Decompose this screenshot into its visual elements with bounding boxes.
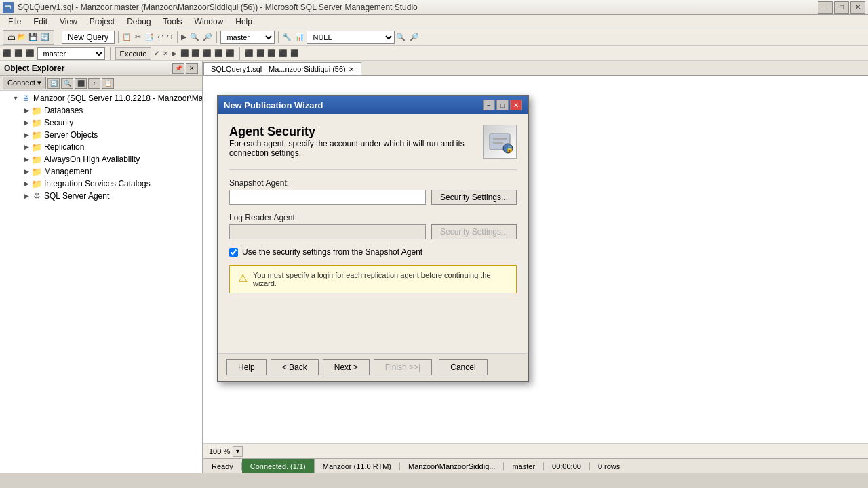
tree-item-server[interactable]: ▼ 🖥 Manzoor (SQL Server 11.0.2218 - Manz…: [0, 92, 202, 104]
toolbar2-icons-2: ✔ ✕ ▶ ⬛ ⬛ ⬛ ⬛ ⬛: [154, 49, 234, 57]
tree-item-replication[interactable]: ▶ 📁 Replication: [0, 141, 202, 153]
oe-sync-button[interactable]: ↕: [88, 78, 100, 89]
databases-label: Databases: [44, 106, 83, 115]
menu-help[interactable]: Help: [230, 16, 258, 28]
database-selector[interactable]: master: [220, 30, 275, 44]
snapshot-agent-label: Snapshot Agent:: [229, 178, 517, 188]
warning-box: ⚠ You must specify a login for each repl…: [229, 265, 517, 293]
oe-pin-button[interactable]: 📌: [172, 63, 184, 74]
server-expander-icon: ▼: [11, 94, 20, 103]
alwayson-label: AlwaysOn High Availability: [44, 155, 140, 164]
finish-button: Finish >>|: [374, 359, 432, 375]
log-reader-security-button: Security Settings...: [431, 224, 517, 239]
server-objects-expander-icon: ▶: [22, 130, 31, 140]
dialog-title: New Publication Wizard: [224, 100, 323, 110]
back-button[interactable]: < Back: [271, 359, 319, 375]
tree-item-server-objects[interactable]: ▶ 📁 Server Objects: [0, 129, 202, 141]
warning-text: You must specify a login for each replic…: [253, 271, 508, 287]
ready-status: Ready: [203, 462, 242, 470]
menu-file[interactable]: File: [3, 16, 26, 28]
toolbar2-icons-3: ⬛ ⬛ ⬛ ⬛ ⬛: [245, 49, 299, 57]
query-tab-bar: SQLQuery1.sql - Ma...nzoorSiddiqui (56) …: [203, 61, 868, 76]
alwayson-folder-icon: 📁: [31, 154, 42, 165]
zoom-dropdown-button[interactable]: ▾: [233, 446, 243, 457]
query-tab[interactable]: SQLQuery1.sql - Ma...nzoorSiddiqui (56) …: [203, 62, 361, 75]
tree-item-sql-agent[interactable]: ▶ ⚙ SQL Server Agent: [0, 190, 202, 202]
tree-item-databases[interactable]: ▶ 📁 Databases: [0, 104, 202, 117]
tree-item-security[interactable]: ▶ 📁 Security: [0, 117, 202, 129]
databases-expander-icon: ▶: [22, 106, 31, 115]
oe-filter-button[interactable]: 🔍: [61, 78, 73, 89]
dialog-title-bar: New Publication Wizard − □ ✕: [218, 96, 528, 114]
dialog-maximize-button[interactable]: □: [496, 100, 509, 110]
null-selector[interactable]: NULL: [307, 30, 395, 44]
dialog-header-description: For each agent, specify the account unde…: [229, 139, 475, 158]
alwayson-expander-icon: ▶: [22, 155, 31, 164]
minimize-button[interactable]: −: [818, 1, 833, 14]
oe-new-button[interactable]: 📋: [102, 78, 114, 89]
svg-text:🔒: 🔒: [506, 145, 513, 153]
next-button[interactable]: Next >: [323, 359, 370, 375]
dialog-footer: Help < Back Next > Finish >>| Cancel: [218, 353, 528, 381]
use-snapshot-checkbox[interactable]: [229, 248, 238, 257]
query-tab-label: SQLQuery1.sql - Ma...nzoorSiddiqui (56): [211, 65, 346, 73]
menu-debug[interactable]: Debug: [121, 16, 156, 28]
object-explorer-panel: Object Explorer 📌 ✕ Connect ▾ 🔄 🔍 ⬛ ↕ 📋 …: [0, 61, 203, 473]
tree-item-alwayson[interactable]: ▶ 📁 AlwaysOn High Availability: [0, 153, 202, 165]
server-objects-label: Server Objects: [44, 130, 98, 140]
toolbar-icon-group: 🗃📂💾🔄: [3, 30, 54, 45]
databases-folder-icon: 📁: [31, 105, 42, 116]
help-button[interactable]: Help: [226, 359, 267, 375]
menu-view[interactable]: View: [54, 16, 83, 28]
checkbox-row: Use the security settings from the Snaps…: [229, 247, 517, 257]
sql-agent-icon: ⚙: [31, 190, 42, 201]
database-combo-2[interactable]: master: [37, 47, 105, 60]
cancel-button[interactable]: Cancel: [439, 359, 487, 375]
connect-button[interactable]: Connect ▾: [3, 77, 46, 89]
security-label: Security: [44, 118, 73, 127]
query-tab-close-icon[interactable]: ✕: [349, 66, 354, 73]
snapshot-security-button[interactable]: Security Settings...: [431, 190, 517, 205]
toolbar2-sep-2: [239, 47, 240, 60]
toolbar-icons-5: 🔍 🔎: [396, 33, 419, 41]
integration-label: Integration Services Catalogs: [44, 179, 151, 188]
new-publication-wizard-dialog: New Publication Wizard − □ ✕ Agent Secur…: [217, 95, 529, 382]
object-explorer-title: Object Explorer: [4, 64, 64, 73]
oe-refresh-button[interactable]: 🔄: [47, 78, 60, 89]
toolbar-1: 🗃📂💾🔄 New Query 📋 ✂ 📑 ↩ ↪ ▶ 🔍 🔎 master 🔧 …: [0, 28, 868, 46]
dialog-minimize-button[interactable]: −: [483, 100, 495, 110]
log-reader-agent-group: Log Reader Agent: Security Settings...: [229, 213, 517, 239]
management-folder-icon: 📁: [31, 166, 42, 177]
server-status: Manzoor (11.0 RTM): [315, 462, 400, 470]
database-status: master: [504, 462, 544, 470]
tree-item-management[interactable]: ▶ 📁 Management: [0, 165, 202, 178]
toolbar-sep-2: [118, 31, 119, 43]
toolbar-icons-4: 🔧 📊: [282, 33, 305, 41]
menu-project[interactable]: Project: [84, 16, 120, 28]
new-query-button[interactable]: New Query: [62, 30, 115, 44]
menu-edit[interactable]: Edit: [28, 16, 53, 28]
log-reader-agent-input[interactable]: [229, 224, 426, 239]
integration-expander-icon: ▶: [22, 179, 31, 188]
server-node-label: Manzoor (SQL Server 11.0.2218 - Manzoor\…: [33, 94, 202, 103]
oe-close-button[interactable]: ✕: [186, 63, 198, 74]
management-expander-icon: ▶: [22, 167, 31, 176]
replication-folder-icon: 📁: [31, 142, 42, 152]
menu-tools[interactable]: Tools: [158, 16, 188, 28]
replication-expander-icon: ▶: [22, 142, 31, 152]
warning-icon: ⚠: [238, 272, 248, 285]
close-button[interactable]: ✕: [850, 1, 865, 14]
toolbar2-sep: [110, 47, 111, 60]
toolbar-sep-4: [216, 31, 217, 43]
menu-window[interactable]: Window: [189, 16, 229, 28]
management-label: Management: [44, 167, 92, 176]
maximize-button[interactable]: □: [834, 1, 849, 14]
execute-button[interactable]: Execute: [115, 47, 152, 60]
oe-stop-button[interactable]: ⬛: [75, 78, 87, 89]
svg-rect-2: [493, 142, 503, 144]
dialog-close-button[interactable]: ✕: [510, 100, 522, 110]
tree-item-integration[interactable]: ▶ 📁 Integration Services Catalogs: [0, 178, 202, 190]
snapshot-agent-input[interactable]: [229, 190, 426, 205]
zoom-bar: 100 % ▾: [203, 443, 868, 458]
use-snapshot-label[interactable]: Use the security settings from the Snaps…: [242, 247, 422, 257]
